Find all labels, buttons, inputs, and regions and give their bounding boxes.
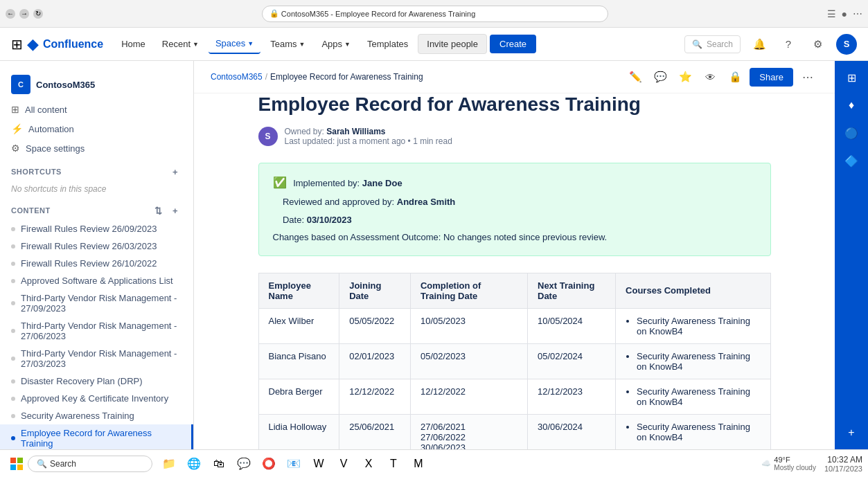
right-panel-btn-4[interactable]: 🔷 [840,150,862,172]
cell-joining-3: 12/12/2022 [339,379,411,414]
taskbar-icon-viva[interactable]: V [333,453,355,475]
settings-button[interactable]: ⚙ [807,34,828,55]
notifications-button[interactable]: 🔔 [749,34,770,55]
weather-icon: ☁️ [761,459,771,468]
start-button[interactable] [6,453,28,475]
sidebar-item-all-content[interactable]: ⊞ All content [0,100,193,119]
breadcrumb-space-link[interactable]: ContosoM365 [211,72,263,82]
col-joining-date: Joining Date [339,273,411,308]
sidebar-item-firewall-2[interactable]: Firewall Rules Review 26/03/2023 [0,237,193,255]
watch-button[interactable]: 👁 [700,66,720,87]
browser-extensions-icon[interactable]: ☰ [827,8,836,19]
col-courses: Courses Completed [616,273,770,308]
content-area: C ContosoM365 ⊞ All content ⚡ Automation… [0,61,868,449]
invite-people-button[interactable]: Invite people [418,34,487,54]
page-content: Employee Record for Awareness Training S… [217,93,813,449]
nav-recent[interactable]: Recent ▼ [155,35,206,53]
taskbar-right: ☁️ 49°F Mostly cloudy 10:32 AM 10/17/202… [761,455,862,473]
table-row: Lidia Holloway 25/06/2021 27/06/2021 27/… [258,414,770,449]
add-content-button[interactable]: + [168,204,182,217]
sidebar-item-firewall-1[interactable]: Firewall Rules Review 26/09/2023 [0,220,193,237]
shortcuts-section-header: SHORTCUTS + [0,158,193,181]
taskbar-clock[interactable]: 10:32 AM 10/17/2023 [824,455,862,473]
sidebar-item-vendor-1[interactable]: Third-Party Vendor Risk Management - 27/… [0,289,193,317]
sidebar-item-firewall-3[interactable]: Firewall Rules Review 26/10/2022 [0,255,193,272]
share-button[interactable]: Share [750,68,793,87]
confluence-logo-icon: ◆ [27,35,39,53]
page-meta-info: Owned by: Sarah Williams Last updated: j… [285,127,452,146]
restrict-button[interactable]: 🔒 [725,66,745,87]
cell-name-4: Lidia Holloway [258,414,339,449]
taskbar-weather[interactable]: ☁️ 49°F Mostly cloudy [761,456,816,471]
taskbar-icon-teams[interactable]: 💬 [233,453,255,475]
cell-next-2: 05/02/2024 [528,343,616,379]
top-nav: ⊞ ◆ Confluence Home Recent ▼ Spaces ▼ Te… [0,28,868,61]
page-title: Employee Record for Awareness Training [258,93,771,116]
nav-teams[interactable]: Teams ▼ [263,35,312,53]
taskbar-icon-edge[interactable]: 🌐 [183,453,205,475]
taskbar-icon-word[interactable]: W [308,453,330,475]
create-button[interactable]: Create [490,35,536,53]
sidebar-item-vendor-2[interactable]: Third-Party Vendor Risk Management - 27/… [0,317,193,345]
teams-caret-icon: ▼ [299,41,305,48]
browser-reload[interactable]: ↻ [33,9,43,19]
browser-address[interactable]: 🔒 ContosoM365 - Employee Record for Awar… [262,6,608,22]
sidebar-item-employee-record[interactable]: Employee Record for Awareness Training [0,424,193,449]
cell-completion-2: 05/02/2023 [410,343,527,379]
taskbar-search[interactable]: 🔍 Search [28,456,152,472]
sidebar-item-key-inventory[interactable]: Approved Key & Certificate Inventory [0,390,193,407]
tree-dot-icon [11,357,15,361]
taskbar-icon-teams2[interactable]: T [382,453,405,475]
nav-logo[interactable]: ⊞ ◆ Confluence [11,35,103,53]
sidebar-item-security-awareness[interactable]: Security Awareness Training [0,407,193,424]
taskbar-icon-ms[interactable]: M [407,453,429,475]
sidebar-item-approved-software[interactable]: Approved Software & Applications List [0,272,193,289]
taskbar-icon-files[interactable]: 📁 [158,453,180,475]
table-row: Alex Wilber 05/05/2022 10/05/2023 10/05/… [258,308,770,343]
comment-button[interactable]: 💬 [650,66,671,87]
cell-courses-3: Security Awareness Training on KnowB4 [616,379,770,414]
employee-table: Employee Name Joining Date Completion of… [258,273,771,450]
nav-spaces[interactable]: Spaces ▼ [209,34,260,54]
nav-apps[interactable]: Apps ▼ [315,35,357,53]
right-panel-btn-3[interactable]: 🔵 [840,122,862,144]
sidebar-item-vendor-3[interactable]: Third-Party Vendor Risk Management - 27/… [0,345,193,372]
sidebar-space-header[interactable]: C ContosoM365 [0,69,193,100]
cell-courses-4: Security Awareness Training on KnowB4 [616,414,770,449]
star-button[interactable]: ⭐ [675,66,696,87]
taskbar-icon-store[interactable]: 🛍 [208,453,230,475]
edit-button[interactable]: ✏️ [625,66,646,87]
sidebar-item-drp[interactable]: Disaster Recovery Plan (DRP) [0,372,193,390]
taskbar-icon-chrome[interactable]: ⭕ [258,453,280,475]
breadcrumb-separator: / [265,72,267,82]
taskbar-icon-outlook[interactable]: 📧 [283,453,305,475]
browser-forward[interactable]: → [19,9,29,19]
taskbar-search-icon: 🔍 [37,459,47,469]
page-meta: S Owned by: Sarah Williams Last updated:… [258,127,771,146]
tree-dot-icon [11,329,15,333]
more-actions-button[interactable]: ⋯ [797,66,818,87]
right-panel-btn-2[interactable]: ♦ [840,94,862,116]
sidebar-item-space-settings[interactable]: ⚙ Space settings [0,138,193,158]
nav-templates[interactable]: Templates [360,35,415,53]
taskbar-icon-excel[interactable]: X [357,453,380,475]
sidebar-space-name: ContosoM365 [36,80,95,90]
check-icon: ✅ [273,177,287,188]
breadcrumb-page: Employee Record for Awareness Training [270,72,423,82]
browser-menu-icon[interactable]: ⋯ [853,8,862,19]
right-panel-btn-add[interactable]: + [840,422,862,444]
add-shortcut-button[interactable]: + [168,165,182,179]
right-panel-btn-1[interactable]: ⊞ [840,66,862,89]
browser-back[interactable]: ← [6,9,15,19]
cell-joining-2: 02/01/2023 [339,343,411,379]
sidebar-item-automation[interactable]: ⚡ Automation [0,119,193,138]
user-avatar[interactable]: S [836,34,857,55]
search-box[interactable]: 🔍 Search [684,35,741,53]
help-button[interactable]: ? [778,34,799,55]
cell-next-4: 30/06/2024 [528,414,616,449]
space-settings-icon: ⚙ [11,143,20,154]
browser-profile-icon[interactable]: ● [842,8,847,19]
sort-content-button[interactable]: ⇅ [152,204,166,217]
nav-home[interactable]: Home [114,35,152,53]
browser-chrome: ← → ↻ 🔒 ContosoM365 - Employee Record fo… [0,0,868,28]
